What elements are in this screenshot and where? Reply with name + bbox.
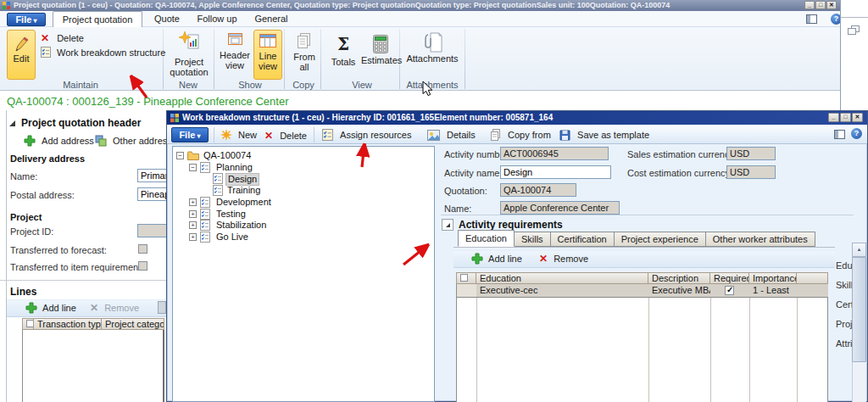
tree-expander[interactable] bbox=[189, 221, 197, 229]
project-quotation-button[interactable]: Project quotation bbox=[166, 30, 212, 81]
wbs-minimize-button[interactable]: _ bbox=[828, 113, 839, 122]
ar-row-description-cell[interactable]: Executive MBA bbox=[648, 284, 710, 298]
assign-resources-button[interactable]: Assign resources bbox=[322, 127, 411, 142]
tree-expander[interactable] bbox=[189, 210, 197, 218]
transferred-forecast-checkbox[interactable] bbox=[138, 244, 147, 254]
tab-education[interactable]: Education bbox=[458, 230, 515, 247]
wbs-delete-button[interactable]: ✕ Delete bbox=[264, 128, 307, 143]
edit-button[interactable]: Edit bbox=[7, 30, 36, 80]
copy-from-button[interactable]: Copy from bbox=[490, 127, 551, 142]
scrollbar-thumb[interactable] bbox=[852, 257, 866, 362]
delete-button[interactable]: ✕ Delete bbox=[41, 32, 84, 44]
wbs-layout-icon[interactable] bbox=[834, 130, 845, 139]
scroll-up-button[interactable] bbox=[852, 243, 866, 257]
new-star-icon bbox=[220, 129, 232, 141]
tree-item-stabilization[interactable]: Stabilization bbox=[214, 220, 268, 231]
tree-expander[interactable] bbox=[189, 233, 197, 241]
lines-heading: Lines bbox=[10, 286, 36, 298]
task-icon bbox=[213, 185, 223, 196]
totals-button[interactable]: Σ Totals bbox=[326, 30, 361, 81]
add-line-button[interactable]: Add line bbox=[25, 302, 76, 314]
close-button[interactable]: ✕ bbox=[826, 1, 837, 9]
ar-remove-button[interactable]: ✕ Remove bbox=[539, 253, 588, 265]
ar-row-importance-cell[interactable]: 1 - Least bbox=[749, 284, 797, 298]
tab-project-quotation[interactable]: Project quotation bbox=[53, 11, 142, 27]
project-heading: Project bbox=[10, 212, 42, 222]
file-menu-button[interactable]: File bbox=[7, 13, 46, 26]
tree-item-training[interactable]: Training bbox=[225, 185, 262, 196]
row-selector-header[interactable] bbox=[22, 318, 34, 330]
activity-requirements-collapse-button[interactable] bbox=[442, 219, 453, 231]
attachments-button[interactable]: Attachments bbox=[405, 30, 459, 81]
delivery-address-heading: Delivery address bbox=[10, 154, 85, 164]
ar-row-empty-cell[interactable] bbox=[797, 284, 828, 298]
tree-item-design-selected[interactable]: Design bbox=[225, 173, 259, 186]
from-all-button[interactable]: From all bbox=[288, 30, 320, 81]
save-as-template-button[interactable]: Save as template bbox=[559, 127, 649, 142]
minimize-button[interactable]: _ bbox=[804, 1, 815, 9]
postal-address-label: Postal address: bbox=[10, 190, 75, 200]
tree-expander[interactable] bbox=[189, 164, 197, 171]
cascade-windows-icon[interactable] bbox=[848, 25, 860, 36]
line-view-button[interactable]: Line view bbox=[253, 30, 282, 80]
tree-expander[interactable] bbox=[176, 152, 184, 159]
header-view-button[interactable]: Header view bbox=[217, 30, 253, 81]
ar-col-header-education[interactable]: Education bbox=[476, 272, 648, 284]
lines-grid-body[interactable] bbox=[22, 330, 164, 402]
tree-item-planning[interactable]: Planning bbox=[214, 162, 254, 173]
tab-follow-up[interactable]: Follow up bbox=[193, 11, 241, 27]
cost-currency-label: Cost estimation currency: bbox=[627, 168, 732, 178]
section-header-project-quotation-header[interactable]: Project quotation header bbox=[21, 117, 141, 129]
group-separator bbox=[320, 29, 321, 89]
other-address-button[interactable]: Other address bbox=[95, 135, 172, 147]
tab-other-worker-attributes[interactable]: Other worker attributes bbox=[706, 232, 815, 247]
ar-col-header-importance[interactable]: Importance bbox=[749, 272, 797, 284]
wbs-name-label: Name: bbox=[444, 204, 471, 214]
collapse-triangle-icon[interactable] bbox=[8, 120, 16, 127]
edit-label: Edit bbox=[8, 53, 35, 64]
group-label-copy: Copy bbox=[287, 80, 320, 91]
grid-column-line bbox=[648, 298, 649, 402]
ar-row-education-cell[interactable]: Executive-cec bbox=[476, 284, 648, 298]
tab-quote[interactable]: Quote bbox=[149, 11, 185, 27]
wbs-title: Work breakdown structure (1 - ceu) - Hie… bbox=[182, 113, 553, 122]
ar-col-header-description[interactable]: Description bbox=[648, 272, 710, 284]
tree-item-testing[interactable]: Testing bbox=[214, 209, 248, 220]
work-breakdown-structure-button[interactable]: Work breakdown structure bbox=[41, 47, 165, 59]
tab-general[interactable]: General bbox=[251, 11, 292, 27]
ar-col-header-required[interactable]: Required bbox=[710, 272, 749, 284]
ar-add-line-button[interactable]: Add line bbox=[471, 253, 522, 265]
estimates-button[interactable]: Estimates bbox=[361, 30, 400, 81]
tree-item-development[interactable]: Development bbox=[214, 197, 273, 208]
wbs-file-menu-button[interactable]: File bbox=[171, 127, 209, 142]
tab-project-experience[interactable]: Project experience bbox=[615, 232, 706, 247]
add-address-button[interactable]: Add address bbox=[24, 135, 94, 147]
ar-row-selector-header[interactable] bbox=[456, 272, 476, 284]
ar-select-all-checkbox[interactable] bbox=[460, 274, 468, 282]
wbs-new-button[interactable]: New bbox=[220, 127, 257, 142]
col-header-project-category[interactable]: Project category bbox=[102, 318, 164, 330]
details-button[interactable]: Details bbox=[427, 127, 476, 142]
activity-name-field[interactable] bbox=[500, 165, 611, 179]
delete-icon: ✕ bbox=[41, 32, 49, 44]
ar-grid-body[interactable] bbox=[456, 284, 828, 402]
ar-row-required-cell[interactable] bbox=[710, 284, 749, 298]
transferred-item-checkbox[interactable] bbox=[138, 261, 147, 271]
wbs-close-button[interactable]: ✕ bbox=[852, 113, 863, 122]
ar-col-header-empty bbox=[797, 272, 828, 284]
tree-expander[interactable] bbox=[189, 198, 197, 206]
tab-certification[interactable]: Certification bbox=[551, 232, 615, 247]
tree-item-root[interactable]: QA-100074 bbox=[202, 150, 253, 161]
wbs-help-icon[interactable] bbox=[851, 128, 862, 139]
maximize-button[interactable]: □ bbox=[815, 1, 826, 9]
required-checkbox[interactable] bbox=[725, 286, 734, 295]
tab-skills[interactable]: Skills bbox=[515, 232, 551, 247]
col-header-transaction-type[interactable]: Transaction type bbox=[34, 318, 102, 330]
wbs-maximize-button[interactable]: □ bbox=[840, 113, 851, 122]
layout-icon[interactable] bbox=[806, 14, 817, 24]
select-all-checkbox[interactable] bbox=[26, 320, 34, 327]
tree-item-go-live[interactable]: Go Live bbox=[214, 232, 250, 243]
wbs-tree-panel[interactable] bbox=[172, 146, 435, 402]
ar-row-selector[interactable] bbox=[457, 284, 476, 298]
section-divider bbox=[0, 280, 166, 281]
